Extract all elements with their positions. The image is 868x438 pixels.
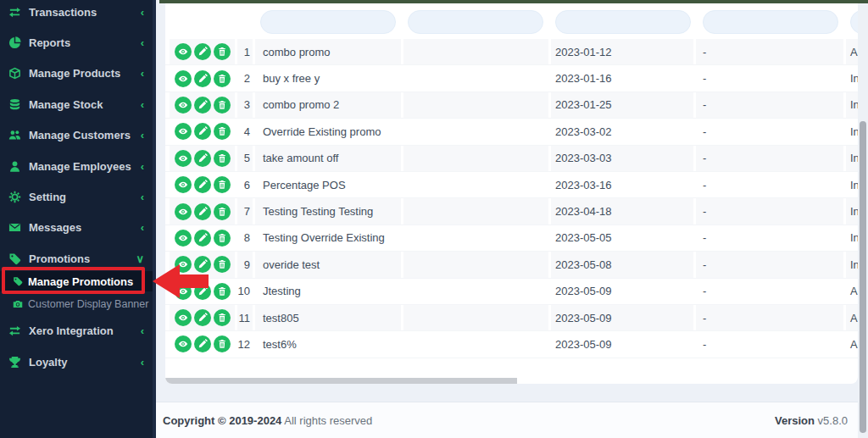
sidebar-item-manage-stock[interactable]: Manage Stock ‹ (0, 91, 153, 117)
promo-name: Testing Testing Testing (255, 198, 401, 224)
view-button[interactable] (175, 43, 192, 60)
row-number: 9 (237, 252, 253, 277)
user-icon (8, 160, 21, 173)
pencil-icon (198, 100, 208, 110)
view-button[interactable] (175, 150, 192, 167)
delete-button[interactable] (214, 97, 231, 114)
row-number: 2 (237, 65, 253, 91)
promo-name: test805 (255, 305, 401, 330)
exchange-icon (8, 324, 21, 337)
trash-icon (217, 259, 227, 269)
view-button[interactable] (175, 309, 192, 326)
vertical-scrollbar-thumb[interactable] (860, 121, 866, 433)
filter-input[interactable] (703, 10, 838, 34)
sidebar-item-customer-display-banner[interactable]: Customer Display Banner (0, 294, 153, 314)
edit-button[interactable] (194, 203, 211, 220)
view-button[interactable] (175, 70, 192, 87)
sidebar-item-manage-products[interactable]: Manage Products ‹ (0, 61, 153, 86)
row-actions (170, 39, 235, 64)
sidebar-item-reports[interactable]: Reports ‹ (0, 30, 153, 55)
status: Inactive (846, 65, 858, 91)
row-actions (170, 119, 235, 144)
filter-input[interactable] (408, 10, 543, 34)
table-row: 5 take amount off 2023-03-03 - Inactive (165, 146, 858, 172)
edit-button[interactable] (194, 70, 211, 87)
sidebar-item-messages[interactable]: Messages ‹ (0, 215, 153, 241)
row-number: 8 (237, 225, 253, 251)
status: Inactive (846, 92, 858, 118)
view-button[interactable] (175, 97, 192, 114)
filter-input[interactable] (555, 10, 691, 34)
row-actions (170, 198, 235, 224)
edit-button[interactable] (194, 176, 211, 193)
vertical-scrollbar-track[interactable] (858, 0, 868, 438)
status: Inactive (846, 146, 858, 171)
status: Inactive (846, 198, 858, 224)
pencil-icon (198, 313, 208, 323)
edit-button[interactable] (194, 230, 211, 247)
filter-input[interactable] (850, 10, 858, 34)
chevron-left-icon: ‹ (141, 160, 144, 173)
delete-button[interactable] (214, 176, 231, 193)
start-date: 2023-05-05 (551, 225, 693, 251)
view-button[interactable] (175, 123, 192, 140)
delete-button[interactable] (214, 70, 231, 87)
promo-name: Testing Override Existing (255, 225, 401, 251)
delete-button[interactable] (214, 230, 231, 247)
table-row: 2 buy x free y 2023-01-16 - Inactive (165, 65, 858, 91)
chevron-left-icon: ‹ (141, 191, 144, 203)
delete-button[interactable] (214, 309, 231, 326)
sidebar: Transactions ‹ Reports ‹ Manage Products… (0, 0, 156, 438)
end-date: - (696, 305, 843, 330)
empty-cell (403, 279, 548, 304)
camera-icon (13, 299, 23, 309)
edit-button[interactable] (194, 123, 211, 140)
edit-button[interactable] (194, 335, 211, 352)
exchange-icon (8, 6, 21, 19)
view-button[interactable] (175, 203, 192, 220)
delete-button[interactable] (214, 283, 231, 300)
empty-cell (403, 198, 548, 224)
users-icon (8, 129, 21, 141)
edit-button[interactable] (194, 43, 211, 60)
sidebar-item-label: Reports (29, 36, 70, 49)
delete-button[interactable] (214, 123, 231, 140)
sidebar-item-loyalty[interactable]: Loyalty ‹ (0, 349, 153, 374)
delete-button[interactable] (214, 335, 231, 352)
horizontal-scrollbar[interactable] (165, 378, 517, 384)
highlight-box (2, 267, 145, 294)
sidebar-item-label: Manage Products (29, 67, 120, 80)
sidebar-item-manage-employees[interactable]: Manage Employees ‹ (0, 153, 153, 179)
version: Version v5.8.0 (775, 414, 848, 427)
row-number: 4 (237, 119, 253, 144)
start-date: 2023-05-09 (551, 305, 693, 330)
eye-icon (178, 100, 188, 110)
trash-icon (217, 153, 227, 164)
delete-button[interactable] (214, 43, 231, 60)
row-actions (170, 225, 235, 251)
box-icon (8, 67, 21, 80)
sidebar-item-xero-integration[interactable]: Xero Integration ‹ (0, 319, 153, 344)
edit-button[interactable] (194, 97, 211, 114)
sidebar-item-transactions[interactable]: Transactions ‹ (0, 0, 153, 25)
row-number: 5 (237, 146, 253, 171)
start-date: 2023-05-09 (551, 331, 693, 357)
delete-button[interactable] (214, 203, 231, 220)
sidebar-item-manage-customers[interactable]: Manage Customers ‹ (0, 123, 153, 148)
delete-button[interactable] (214, 150, 231, 167)
start-date: 2023-03-02 (551, 119, 693, 144)
filter-input[interactable] (260, 10, 396, 34)
edit-button[interactable] (194, 309, 211, 326)
view-button[interactable] (175, 230, 192, 247)
view-button[interactable] (175, 335, 192, 352)
sidebar-item-setting[interactable]: Setting ‹ (0, 184, 153, 209)
edit-button[interactable] (194, 150, 211, 167)
delete-button[interactable] (214, 256, 231, 273)
gear-icon (8, 191, 21, 203)
end-date: - (696, 92, 843, 118)
view-button[interactable] (175, 176, 192, 193)
table-filter-row (165, 0, 858, 39)
sidebar-item-label: Transactions (29, 6, 97, 19)
pencil-icon (198, 74, 208, 84)
pie-icon (8, 36, 21, 49)
